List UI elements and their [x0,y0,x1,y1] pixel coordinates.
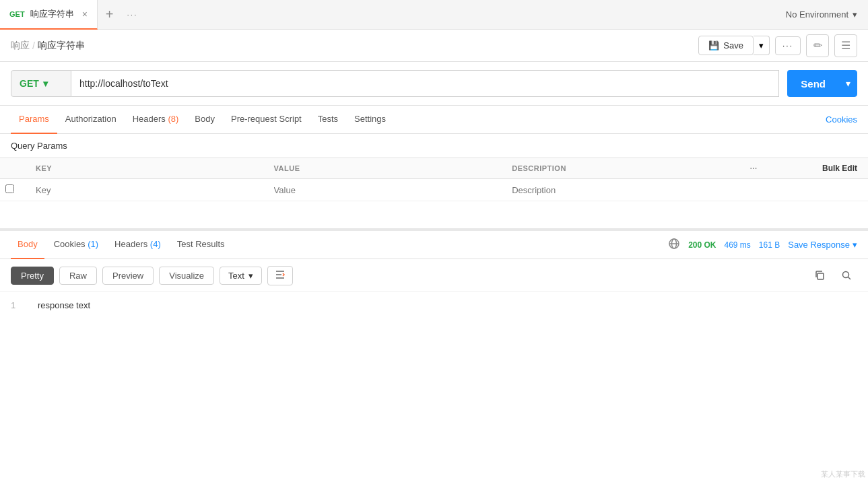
code-line-1: 1 response text [11,300,857,310]
chevron-down-icon: ▾ [853,9,857,20]
request-bar: GET ▾ Send ▾ [0,62,868,106]
send-button-group: Send ▾ [787,70,857,97]
resp-body-label: Body [18,239,38,249]
header-bar: 响应 / 响应字符串 💾 Save ▾ ··· ✏ ☰ [0,30,868,62]
svg-point-7 [843,272,849,278]
tab-headers-label: Headers (8) [133,114,179,124]
resp-tab-test-results[interactable]: Test Results [170,231,232,259]
search-button[interactable] [836,265,857,286]
response-body-code: 1 response text [0,292,868,318]
text-format-selector[interactable]: Text ▾ [220,267,262,285]
query-params-section-label: Query Params [0,134,868,158]
method-chevron-icon: ▾ [43,78,48,89]
description-input[interactable] [512,185,729,195]
format-bar: Pretty Raw Preview Visualize Text ▾ [0,259,868,292]
format-lines-button[interactable] [267,266,293,285]
tab-body[interactable]: Body [187,106,223,134]
response-tabs-nav: Body Cookies (1) Headers (4) Test Result… [0,231,868,259]
resp-test-results-label: Test Results [177,239,225,249]
tab-settings[interactable]: Settings [346,106,394,134]
more-actions-button[interactable]: ··· [775,36,801,55]
tab-bar: GET 响应字符串 × + ··· No Environment ▾ [0,0,868,30]
svg-rect-6 [817,273,824,279]
response-status-bar: 200 OK 469 ms 161 B Save Response ▾ [668,238,857,252]
url-input[interactable] [71,70,779,97]
tab-tests[interactable]: Tests [310,106,346,134]
copy-button[interactable] [809,265,830,286]
breadcrumb-parent: 响应 [11,40,30,52]
tab-method: GET [9,10,25,18]
tab-pre-request-label: Pre-request Script [231,114,302,124]
add-tab-button[interactable]: + [98,0,122,30]
status-code: 200 OK [688,240,716,250]
svg-line-8 [848,277,851,280]
tab-pre-request[interactable]: Pre-request Script [223,106,310,134]
save-label: Save [723,40,743,50]
key-input[interactable] [36,185,253,195]
params-table: KEY VALUE DESCRIPTION ··· Bulk Edit [0,158,868,201]
notes-icon: ☰ [841,39,850,52]
send-dropdown-button[interactable]: ▾ [839,70,857,97]
format-preview-button[interactable]: Preview [102,267,154,285]
method-label: GET [20,78,39,89]
save-response-chevron-icon: ▾ [853,240,857,250]
tab-headers[interactable]: Headers (8) [125,106,187,134]
tab-close-icon[interactable]: × [82,9,88,19]
save-response-label: Save Response [788,240,850,250]
header-actions: 💾 Save ▾ ··· ✏ ☰ [698,34,857,57]
format-pretty-button[interactable]: Pretty [11,267,54,285]
request-tabs-nav: Params Authorization Headers (8) Body Pr… [0,106,868,134]
bulk-edit-button[interactable]: Bulk Edit [768,158,868,179]
edit-icon: ✏ [813,39,822,52]
notes-button[interactable]: ☰ [834,34,857,57]
edit-button[interactable]: ✏ [806,34,829,57]
col-desc-header: DESCRIPTION [501,158,739,179]
env-label: No Environment [786,9,848,20]
response-actions [809,265,857,286]
resp-tab-cookies[interactable]: Cookies (1) [47,231,105,259]
response-section: Body Cookies (1) Headers (4) Test Result… [0,228,868,318]
text-format-label: Text [228,271,244,281]
tab-settings-label: Settings [354,114,386,124]
save-button-group: 💾 Save ▾ [698,36,770,55]
col-actions-header: ··· [739,158,768,179]
active-tab[interactable]: GET 响应字符串 × [0,0,98,30]
format-raw-button[interactable]: Raw [59,267,97,285]
tab-authorization[interactable]: Authorization [57,106,125,134]
globe-icon [668,238,680,252]
tab-body-label: Body [195,114,215,124]
save-button[interactable]: 💾 Save [698,36,754,55]
send-button[interactable]: Send [787,70,839,97]
resp-cookies-label: Cookies (1) [54,239,98,249]
tab-authorization-label: Authorization [65,114,116,124]
cookies-link[interactable]: Cookies [826,114,857,125]
tab-params[interactable]: Params [11,106,57,134]
col-value-header: VALUE [263,158,502,179]
response-size: 161 B [759,240,780,250]
tab-title: 响应字符串 [30,8,74,20]
format-chevron-icon: ▾ [248,271,253,281]
format-visualize-button[interactable]: Visualize [159,267,214,285]
environment-selector[interactable]: No Environment ▾ [775,9,868,20]
breadcrumb-current: 响应字符串 [38,40,85,52]
resp-tab-body[interactable]: Body [11,231,44,259]
table-row [0,179,868,201]
row-checkbox[interactable] [5,184,14,193]
save-dropdown-button[interactable]: ▾ [754,36,770,55]
method-selector[interactable]: GET ▾ [11,70,71,97]
resp-headers-label: Headers (4) [114,239,161,249]
breadcrumb-sep: / [32,40,35,51]
resp-tab-headers[interactable]: Headers (4) [108,231,168,259]
value-input[interactable] [274,185,491,195]
line-content: response text [38,300,90,310]
watermark: 某人某事下载 [821,469,865,479]
response-time: 469 ms [725,240,751,250]
breadcrumb: 响应 / 响应字符串 [11,40,693,52]
tab-tests-label: Tests [318,114,338,124]
save-icon: 💾 [708,40,719,50]
line-number: 1 [11,300,24,310]
tab-more-button[interactable]: ··· [122,10,143,20]
save-response-button[interactable]: Save Response ▾ [788,240,857,250]
tab-params-label: Params [19,114,49,124]
send-label: Send [801,78,826,90]
